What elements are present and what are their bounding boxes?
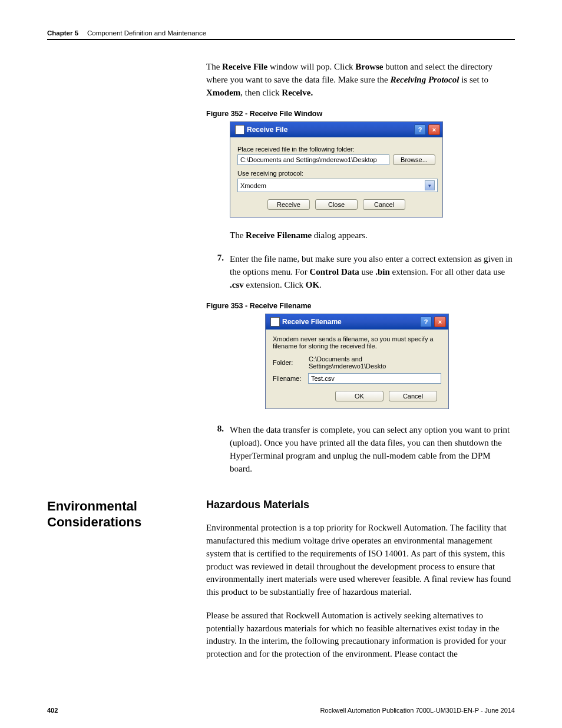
subsection-heading: Hazardous Materials [206, 499, 515, 511]
help-button[interactable]: ? [420, 317, 432, 327]
protocol-value: Xmodem [240, 182, 266, 189]
folder-label: Folder: [273, 359, 305, 366]
header-rule [47, 39, 515, 40]
app-icon [270, 317, 280, 327]
close-icon[interactable]: × [434, 317, 446, 327]
figure-352-caption: Figure 352 - Receive File Window [206, 110, 515, 118]
step-8: 8. When the data transfer is complete, y… [206, 424, 515, 475]
page-footer: 402 Rockwell Automation Publication 7000… [47, 707, 515, 714]
dialog-title: Receive File [247, 126, 287, 134]
filename-label: Filename: [273, 375, 305, 382]
chapter-title: Component Definition and Maintenance [87, 29, 206, 37]
folder-label: Place received file in the following fol… [237, 146, 435, 153]
receive-file-dialog: Receive File ? × Place received file in … [230, 121, 443, 218]
section-sidebar-heading: Environmental Considerations [47, 499, 183, 671]
step-7: 7. Enter the file name, but make sure yo… [206, 253, 515, 291]
receive-button[interactable]: Receive [267, 199, 310, 210]
app-icon [235, 125, 244, 134]
page-number: 402 [47, 707, 58, 714]
ok-button[interactable]: OK [335, 391, 384, 401]
protocol-select[interactable]: Xmodem ▾ [237, 179, 438, 192]
receive-filename-dialog: Receive Filename ? × Xmodem never sends … [265, 314, 449, 409]
cancel-button[interactable]: Cancel [389, 391, 437, 401]
filename-input[interactable]: Test.csv [308, 373, 441, 384]
env-paragraph-2: Please be assured that Rockwell Automati… [206, 610, 515, 661]
publication-info: Rockwell Automation Publication 7000L-UM… [320, 707, 515, 714]
dialog-titlebar[interactable]: Receive Filename ? × [266, 314, 448, 330]
folder-path: C:\Documents and Settings\mderewo1\Deskt… [309, 355, 441, 370]
mid-paragraph: The Receive Filename dialog appears. [230, 229, 515, 242]
protocol-label: Use receiving protocol: [237, 170, 435, 177]
close-button[interactable]: Close [315, 199, 358, 210]
chapter-label: Chapter 5 [47, 29, 78, 37]
close-icon[interactable]: × [428, 124, 440, 135]
browse-button[interactable]: Browse... [393, 154, 435, 165]
figure-353-caption: Figure 353 - Receive Filename [206, 302, 515, 310]
intro-paragraph: The Receive File window will pop. Click … [206, 61, 515, 99]
env-paragraph-1: Environmental protection is a top priori… [206, 522, 515, 599]
dialog-title: Receive Filename [282, 318, 342, 326]
page-header: Chapter 5 Component Definition and Maint… [47, 29, 515, 37]
cancel-button[interactable]: Cancel [363, 199, 405, 210]
chevron-down-icon: ▾ [425, 180, 435, 190]
help-button[interactable]: ? [414, 124, 426, 135]
dialog-titlebar[interactable]: Receive File ? × [230, 122, 442, 137]
folder-input[interactable]: C:\Documents and Settings\mderewo1\Deskt… [237, 154, 389, 165]
dialog-description: Xmodem never sends a filename, so you mu… [273, 335, 441, 350]
